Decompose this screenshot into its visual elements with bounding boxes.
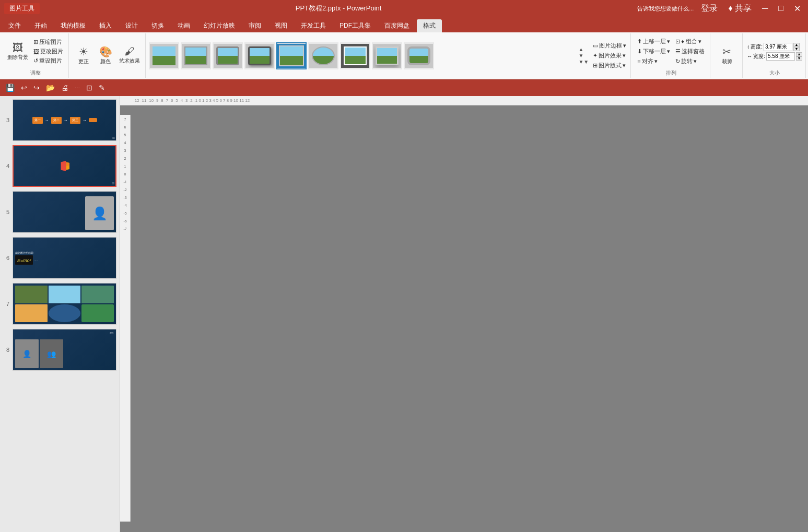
- height-input[interactable]: [764, 43, 792, 51]
- picture-style-arrow: ▾: [623, 62, 626, 69]
- group-btn[interactable]: ⊡ ♦ 组合 ▾: [673, 37, 707, 46]
- rotate-arrow: ▾: [694, 58, 697, 65]
- open-btn[interactable]: 📂: [44, 82, 56, 93]
- align-label: 对齐: [642, 57, 653, 65]
- color-btn[interactable]: 🎨 颜色: [95, 44, 116, 66]
- slide-thumb-5[interactable]: 5 👤: [2, 190, 118, 234]
- gallery-scroll-down[interactable]: ▼: [578, 53, 589, 58]
- undo-btn[interactable]: ↩: [19, 82, 29, 93]
- gallery-scroll-expand[interactable]: ▼▼: [578, 59, 589, 65]
- picture-effect-label: 图片效果: [599, 52, 622, 60]
- width-spin: ▲ ▼: [796, 52, 802, 61]
- slide6-title: 成为图片的标题: [15, 251, 114, 254]
- tab-review[interactable]: 审阅: [242, 19, 267, 32]
- flow-box-1: 第一: [32, 117, 43, 124]
- style-item-2[interactable]: [181, 42, 211, 69]
- style-item-1[interactable]: [149, 42, 179, 69]
- more-tools-btn2[interactable]: ⊡: [85, 82, 94, 93]
- tab-animation[interactable]: 动画: [171, 19, 196, 32]
- tab-pdf[interactable]: PDF工具集: [333, 19, 377, 32]
- tab-design[interactable]: 设计: [119, 19, 144, 32]
- redo-btn[interactable]: ↪: [32, 82, 41, 93]
- style-item-8[interactable]: [372, 42, 402, 69]
- slide-3-content: 第一 → 第二 → 第三 →: [13, 100, 116, 140]
- adjust-content: 🖼 删除背景 ⊞ 压缩图片 🖼 更改图片 ↺ 重设图片: [5, 34, 65, 68]
- slide-img-3[interactable]: 第一 → 第二 → 第三 → ⊞: [13, 99, 116, 141]
- tab-file[interactable]: 文件: [2, 19, 27, 32]
- width-spin-up[interactable]: ▲: [796, 52, 802, 56]
- slide-thumb-8[interactable]: 8 👤 👥 ▭: [2, 328, 118, 372]
- style-item-7[interactable]: [340, 42, 370, 69]
- ruler-vertical: 7 6 5 4 3 2 1 0 -1 -2 -3 -4 -5 -6 -7: [120, 115, 131, 522]
- tools-label: 图片工具: [4, 3, 40, 14]
- send-backward-btn[interactable]: ⬇ 下移一层 ▾: [635, 47, 672, 56]
- slide-thumb-3[interactable]: 3 第一 → 第二 → 第三 → ⊞: [2, 98, 118, 142]
- art-effect-btn[interactable]: 🖌 艺术效果: [117, 44, 142, 66]
- minimize-btn[interactable]: ─: [759, 4, 771, 13]
- close-btn[interactable]: ✕: [791, 4, 804, 14]
- style-item-9[interactable]: [404, 42, 434, 69]
- picture-style-btn[interactable]: ⊞ 图片版式 ▾: [591, 61, 628, 70]
- slide-img-7[interactable]: [13, 283, 116, 325]
- ribbon-group-effects: ☀ 更正 🎨 颜色 🖌 艺术效果: [70, 33, 146, 78]
- reset-picture-icon: ↺: [33, 57, 38, 64]
- picture-effect-btn[interactable]: ✦ 图片效果 ▾: [591, 51, 628, 60]
- crop-btn[interactable]: ✂ 裁剪: [717, 44, 737, 66]
- tab-slideshow[interactable]: 幻灯片放映: [197, 19, 241, 32]
- slide-img-6[interactable]: 成为图片的标题 E=mc² .....: [13, 237, 116, 279]
- tab-transition[interactable]: 切换: [145, 19, 170, 32]
- width-spin-down[interactable]: ▼: [796, 56, 802, 61]
- style-item-6[interactable]: [308, 42, 338, 69]
- reset-picture-btn[interactable]: ↺ 重设图片: [31, 56, 65, 65]
- height-spin-up[interactable]: ▲: [793, 43, 800, 47]
- tab-baidu[interactable]: 百度网盘: [378, 19, 416, 32]
- tab-insert[interactable]: 插入: [93, 19, 118, 32]
- picture-border-btn[interactable]: ▭ 图片边框 ▾: [591, 41, 628, 50]
- tab-developer[interactable]: 开发工具: [295, 19, 332, 32]
- slide-img-5[interactable]: 👤: [13, 191, 116, 233]
- style-item-4[interactable]: [244, 42, 275, 69]
- correct-icon: ☀: [79, 45, 88, 58]
- more-tools-btn3[interactable]: ✎: [97, 82, 107, 93]
- width-icon: ↔: [747, 53, 752, 59]
- maximize-btn[interactable]: □: [775, 4, 787, 13]
- change-picture-btn[interactable]: 🖼 更改图片: [31, 47, 65, 56]
- title-center: PPT教程2.pptx - PowerPoint: [40, 4, 637, 13]
- save-btn[interactable]: 💾: [4, 82, 16, 93]
- align-btn[interactable]: ≡ 对齐 ▾: [635, 57, 672, 66]
- select-pane-icon: ☰: [675, 48, 681, 55]
- tab-format[interactable]: 格式: [417, 19, 442, 32]
- bring-forward-label: 上移一层: [643, 38, 666, 45]
- tab-view[interactable]: 视图: [268, 19, 294, 32]
- slide-img-8[interactable]: 👤 👥 ▭: [13, 329, 116, 371]
- arrange-label: 排列: [666, 69, 676, 77]
- style-item-5[interactable]: [276, 42, 307, 69]
- width-input[interactable]: [766, 52, 795, 61]
- height-spin-down[interactable]: ▼: [793, 47, 800, 51]
- slide-thumb-6[interactable]: 6 成为图片的标题 E=mc² .....: [2, 236, 118, 280]
- correct-btn[interactable]: ☀ 更正: [73, 44, 94, 66]
- bring-forward-btn[interactable]: ⬆ 上移一层 ▾: [635, 37, 672, 46]
- gallery-scroll-up[interactable]: ▲: [578, 46, 589, 52]
- share-btn[interactable]: ♦ 共享: [725, 3, 755, 14]
- print-btn[interactable]: 🖨: [60, 82, 70, 93]
- slide-img-4[interactable]: ⊞: [13, 145, 116, 187]
- tab-mytemplate[interactable]: 我的模板: [54, 19, 92, 32]
- login-btn[interactable]: 登录: [698, 3, 721, 14]
- select-pane-btn[interactable]: ☰ 选择窗格: [673, 47, 707, 56]
- compress-btn[interactable]: ⊞ 压缩图片: [31, 38, 65, 46]
- more-tools-btn1[interactable]: ⋯: [73, 84, 81, 92]
- ribbon-group-crop: ✂ 裁剪: [711, 33, 743, 78]
- change-picture-icon: 🖼: [33, 49, 39, 55]
- bring-forward-arrow: ▾: [667, 38, 670, 45]
- remove-bg-btn[interactable]: 🖼 删除背景: [5, 41, 30, 62]
- height-spin: ▲ ▼: [793, 43, 800, 51]
- flow-box-4: [89, 118, 97, 122]
- slide-thumb-4[interactable]: 4 ⊞: [2, 144, 118, 188]
- style-item-3[interactable]: [213, 42, 243, 69]
- tab-home[interactable]: 开始: [28, 19, 53, 32]
- crop-icon: ✂: [722, 45, 731, 58]
- slide-thumb-7[interactable]: 7: [2, 282, 118, 326]
- rotate-btn[interactable]: ↻ 旋转 ▾: [673, 57, 707, 66]
- remove-bg-label: 删除背景: [7, 54, 28, 61]
